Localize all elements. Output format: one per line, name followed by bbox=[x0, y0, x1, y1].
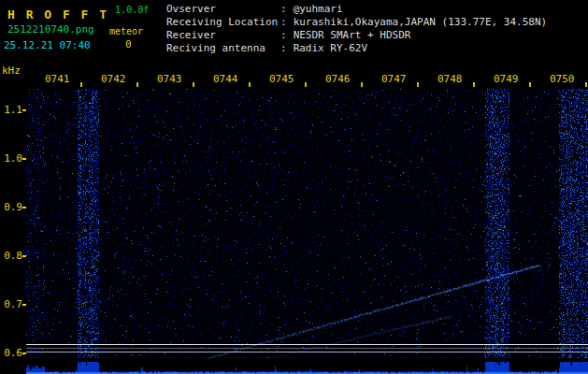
y-tick-label-1.0: 1.0 bbox=[0, 152, 22, 165]
x-tick bbox=[361, 82, 363, 87]
info-label-observer: Ovserver bbox=[166, 3, 280, 16]
y-axis-unit-label: kHz bbox=[2, 65, 21, 77]
x-tick bbox=[249, 82, 251, 87]
x-tick-label-0748: 0748 bbox=[437, 73, 467, 85]
x-tick-label-0746: 0746 bbox=[325, 73, 355, 85]
hrofft-window: H R O F F T1.0.0f 2512210740.png meteor … bbox=[0, 0, 588, 374]
info-separator: : bbox=[280, 3, 287, 16]
meteor-count-value: 0 bbox=[125, 38, 132, 50]
y-tick-label-0.7: 0.7 bbox=[0, 298, 22, 310]
info-row-antenna: Reciving antenna:Radix RY-62V bbox=[166, 42, 547, 55]
app-brand: H R O F F T1.0.0f bbox=[7, 5, 149, 22]
x-tick-label-0741: 0741 bbox=[45, 73, 75, 85]
x-tick-label-0749: 0749 bbox=[494, 73, 523, 85]
info-label-antenna: Reciving antenna bbox=[166, 42, 280, 55]
y-tick-label-0.8: 0.8 bbox=[0, 250, 22, 262]
y-tick-label-0.9: 0.9 bbox=[0, 201, 22, 213]
x-tick-label-0742: 0742 bbox=[101, 73, 131, 85]
x-tick bbox=[80, 82, 82, 87]
info-value-receiver: NESDR SMArt + HDSDR bbox=[294, 29, 411, 41]
info-row-observer: Ovserver:@yuhmari bbox=[166, 3, 547, 16]
x-tick bbox=[305, 82, 307, 87]
x-tick-label-0747: 0747 bbox=[381, 73, 411, 85]
x-tick-label-0745: 0745 bbox=[269, 73, 299, 85]
x-tick bbox=[136, 82, 138, 87]
info-row-receiver: Receiver:NESDR SMArt + HDSDR bbox=[166, 29, 547, 42]
info-row-location: Receiving Location:kurashiki,Okayama,JAP… bbox=[166, 16, 547, 29]
x-tick bbox=[473, 82, 475, 87]
info-separator: : bbox=[280, 42, 287, 55]
info-value-location: kurashiki,Okayama,JAPAN (133.77E, 34.58N… bbox=[294, 16, 548, 28]
x-tick bbox=[417, 82, 419, 87]
observation-datetime: 25.12.21 07:40 bbox=[4, 39, 91, 51]
app-version: 1.0.0f bbox=[115, 5, 149, 15]
app-title: H R O F F T bbox=[7, 7, 108, 22]
x-tick-label-0743: 0743 bbox=[157, 73, 187, 85]
info-label-location: Receiving Location bbox=[166, 16, 280, 29]
y-tick-label-1.1: 1.1 bbox=[0, 104, 22, 116]
x-tick bbox=[529, 82, 531, 87]
meteor-count-label: meteor bbox=[109, 26, 143, 36]
y-tick-label-0.6: 0.6 bbox=[0, 347, 22, 359]
x-tick-label-0744: 0744 bbox=[213, 73, 243, 85]
x-tick-label-0750: 0750 bbox=[550, 73, 580, 85]
info-separator: : bbox=[280, 29, 287, 42]
observation-info: Ovserver:@yuhmari Receiving Location:kur… bbox=[166, 3, 547, 55]
spectrogram-canvas bbox=[26, 89, 588, 374]
output-filename: 2512210740.png bbox=[7, 23, 94, 36]
x-tick bbox=[193, 82, 194, 87]
info-value-antenna: Radix RY-62V bbox=[294, 42, 367, 54]
info-value-observer: @yuhmari bbox=[294, 3, 343, 15]
info-separator: : bbox=[280, 16, 287, 29]
x-tick bbox=[585, 82, 587, 87]
info-label-receiver: Receiver bbox=[166, 29, 280, 42]
